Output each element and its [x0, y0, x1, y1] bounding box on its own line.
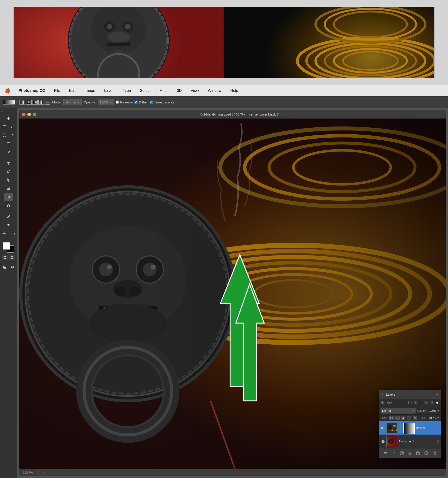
transparency-label: Transparency	[154, 100, 174, 104]
tool-eraser[interactable]	[4, 185, 13, 193]
tool-text[interactable]: T	[4, 221, 13, 229]
footer-copyright-icon[interactable]: ©	[37, 471, 39, 474]
adjustment-layer-btn[interactable]	[407, 450, 413, 456]
svg-rect-25	[21, 101, 24, 104]
new-group-btn[interactable]	[415, 450, 421, 456]
fill-value[interactable]: 100%	[428, 416, 436, 420]
layer-background[interactable]: Background	[379, 435, 441, 448]
add-mask-btn[interactable]	[399, 450, 405, 456]
lock-artboard-btn[interactable]	[407, 416, 411, 420]
opacity-value[interactable]: 100%	[428, 409, 436, 412]
tool-zoom[interactable]	[9, 263, 17, 271]
opacity-arrow: ▼	[437, 409, 439, 412]
canvas-content[interactable]: ✕ Layers ≡ 🔍 Kind	[19, 119, 446, 469]
layer-incense-thumb	[386, 423, 397, 434]
tool-heal[interactable]	[4, 159, 13, 167]
delete-layer-btn[interactable]	[431, 450, 437, 456]
tool-path-select[interactable]	[0, 230, 8, 238]
maximize-button[interactable]	[33, 113, 36, 116]
tool-extra[interactable]: • • •	[4, 272, 13, 280]
tool-crop[interactable]	[4, 140, 13, 148]
layers-panel-menu[interactable]: ≡	[436, 392, 438, 396]
shape-layer-kind[interactable]	[424, 401, 428, 405]
opacity-control[interactable]: 100% ▼	[98, 99, 114, 105]
svg-point-33	[11, 125, 14, 128]
lock-transparent-btn[interactable]	[389, 416, 394, 420]
menu-3d[interactable]: 3D	[175, 88, 183, 94]
svg-rect-131	[400, 452, 403, 455]
lock-position-btn[interactable]	[401, 416, 405, 420]
transparency-checkbox[interactable]	[150, 101, 153, 104]
adjustment-layer-kind[interactable]	[414, 401, 418, 405]
menu-view[interactable]: View	[189, 88, 200, 94]
tool-hand[interactable]	[0, 263, 8, 271]
tool-brush[interactable]	[4, 168, 13, 176]
radial-gradient-btn[interactable]	[26, 100, 32, 105]
menu-layer[interactable]: Layer	[103, 88, 115, 94]
blend-mode-dropdown[interactable]: Normal ▼	[381, 408, 416, 414]
panel-collapse-arrow[interactable]: «	[0, 110, 3, 113]
layer-incense-mask[interactable]	[403, 423, 414, 434]
quickmask-icon[interactable]	[9, 255, 15, 260]
tool-shape[interactable]	[9, 230, 17, 238]
new-layer-btn[interactable]	[423, 450, 429, 456]
tool-dodge[interactable]	[4, 202, 13, 210]
menu-image[interactable]: Image	[83, 88, 96, 94]
layer-effects-btn[interactable]: fx	[390, 450, 397, 456]
tool-eyedropper[interactable]	[4, 148, 13, 156]
menu-type[interactable]: Type	[122, 88, 132, 94]
footer-arrow[interactable]: ›	[44, 471, 45, 474]
tool-magic-wand[interactable]	[9, 131, 17, 139]
tool-clone[interactable]	[4, 176, 13, 184]
linear-gradient-btn[interactable]	[19, 100, 25, 105]
gradient-dropdown-icon[interactable]: ▼	[16, 101, 18, 103]
pixel-layer-kind[interactable]	[408, 401, 412, 405]
svg-rect-26	[27, 101, 30, 104]
menu-file[interactable]: File	[53, 88, 61, 94]
all-layer-kind[interactable]	[436, 401, 439, 405]
tool-move[interactable]	[4, 114, 13, 122]
link-layers-btn[interactable]	[382, 450, 389, 456]
tool-rect-marquee[interactable]	[0, 123, 8, 131]
tool-gradient[interactable]	[4, 193, 13, 201]
layer-incense[interactable]: Incense	[379, 421, 441, 435]
tool-lasso[interactable]	[0, 131, 8, 139]
lock-image-btn[interactable]	[395, 416, 400, 420]
menu-filter[interactable]: Filter	[158, 88, 169, 94]
layer-incense-visibility[interactable]	[381, 426, 385, 430]
angle-gradient-btn[interactable]	[32, 100, 38, 105]
menu-window[interactable]: Window	[206, 88, 223, 94]
reflected-gradient-btn[interactable]	[38, 100, 44, 105]
diamond-gradient-btn[interactable]	[45, 100, 50, 105]
ps-options-toolbar: ▼ Mode: Normal ▼ Opacity: 100% ▼ Reverse	[0, 96, 448, 108]
apple-menu[interactable]: 🍎	[5, 88, 10, 93]
preview-area	[0, 0, 448, 85]
menu-edit[interactable]: Edit	[68, 88, 77, 94]
svg-marker-30	[46, 101, 49, 103]
dither-checkbox[interactable]	[134, 101, 138, 104]
text-layer-kind[interactable]: T	[420, 401, 422, 405]
gradient-type-buttons	[19, 100, 50, 105]
layer-background-visibility[interactable]	[381, 439, 385, 444]
tool-ellipse-marquee[interactable]	[9, 123, 17, 131]
fill-arrow: ▼	[437, 417, 439, 419]
tool-pen[interactable]	[4, 213, 13, 221]
gradient-swatch[interactable]: ▼	[3, 100, 18, 105]
lock-all-btn[interactable]	[413, 416, 417, 420]
menu-help[interactable]: Help	[229, 88, 239, 94]
minimize-button[interactable]	[27, 113, 31, 116]
gradient-preview[interactable]	[3, 100, 15, 105]
mode-dropdown[interactable]: Normal ▼	[63, 99, 82, 105]
layers-panel-close[interactable]: ✕	[381, 393, 384, 396]
fg-color-swatch[interactable]	[3, 242, 10, 250]
tools-panel: «	[0, 108, 17, 478]
standard-mode-icon[interactable]	[2, 255, 8, 260]
smart-object-kind[interactable]	[430, 401, 434, 405]
menu-select[interactable]: Select	[138, 88, 152, 94]
blend-mode-arrow: ▼	[412, 409, 414, 412]
mode-dropdown-arrow: ▼	[77, 101, 80, 103]
close-button[interactable]	[22, 113, 26, 116]
reverse-checkbox[interactable]	[115, 101, 119, 104]
preview-right	[224, 7, 435, 78]
svg-marker-31	[7, 116, 10, 120]
